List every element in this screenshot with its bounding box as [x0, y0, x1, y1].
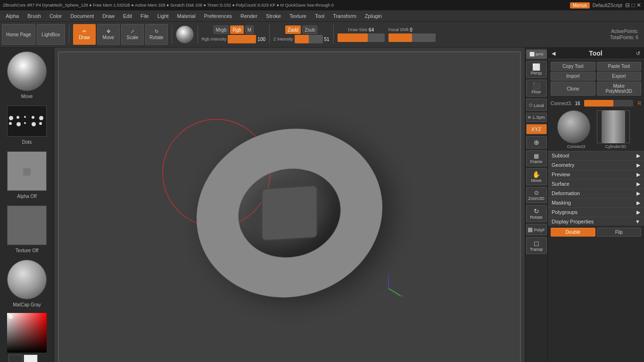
- menu-transform[interactable]: Transform: [329, 12, 360, 20]
- lsym-button[interactable]: ≋ L.Sym: [526, 113, 547, 122]
- axis-widget: x y: [374, 274, 403, 303]
- lsym-label: L.Sym: [533, 115, 545, 120]
- draw-size-slider[interactable]: [338, 33, 385, 42]
- total-points-label: TotalPoints: 6: [610, 35, 638, 40]
- lightbox-button[interactable]: LightBox: [37, 24, 65, 45]
- swatch-dark[interactable]: [8, 354, 23, 362]
- tool-previews: Connect3 Cylinder3D: [548, 110, 644, 149]
- clone-button[interactable]: Clone: [551, 82, 595, 96]
- copy-tool-button[interactable]: Copy Tool: [551, 62, 595, 71]
- canvas-area[interactable]: x y ▲ ▼: [54, 48, 525, 362]
- rgb-intensity-slider[interactable]: [228, 35, 256, 43]
- inner-detail: [262, 185, 317, 241]
- draw-size-fill: [338, 33, 368, 42]
- persp-button[interactable]: ⬜ Persp: [526, 61, 547, 78]
- menu-color[interactable]: Color: [46, 12, 66, 20]
- polyf-button[interactable]: ▦ PolyF: [526, 224, 547, 235]
- draw-icon: ✏: [83, 29, 86, 34]
- menu-material[interactable]: Material: [173, 12, 199, 20]
- zoom3d-button[interactable]: ⊙ Zoom3D: [526, 187, 547, 203]
- focal-shift-value: 0: [410, 27, 413, 33]
- cylinder3d-preview[interactable]: Cylinder3D: [597, 110, 635, 149]
- home-page-button[interactable]: Home Page: [2, 24, 35, 45]
- double-button[interactable]: Double: [551, 228, 595, 237]
- move-3d-button[interactable]: ✋ Move: [526, 168, 547, 185]
- menu-tool[interactable]: Tool: [311, 12, 328, 20]
- move-button[interactable]: ✥ Move: [97, 24, 120, 45]
- mrgb-button[interactable]: Mrgb: [214, 25, 229, 34]
- matcap-preview[interactable]: [7, 260, 47, 299]
- dots-preview[interactable]: [7, 106, 47, 137]
- flip-button[interactable]: Flip: [597, 228, 642, 237]
- menu-draw[interactable]: Draw: [99, 12, 118, 20]
- connect3-slider[interactable]: [584, 100, 633, 107]
- scale-button[interactable]: ⤢ Scale: [121, 24, 144, 45]
- z-intensity-label: Z Intensity: [273, 37, 293, 41]
- subtool-section[interactable]: Subtool ▶: [548, 151, 644, 160]
- preview-chevron: ▶: [636, 172, 640, 178]
- texture-preview[interactable]: [7, 206, 47, 245]
- color-picker[interactable]: [7, 313, 47, 353]
- alpha-preview[interactable]: ◼: [7, 151, 47, 191]
- brush-preview[interactable]: [7, 51, 47, 91]
- transp-button[interactable]: ◻ Transp: [526, 237, 547, 254]
- floor-button[interactable]: ⬛ Floor: [526, 80, 547, 97]
- m-button[interactable]: M: [245, 25, 254, 34]
- subtool-label: Subtool: [552, 153, 569, 159]
- import-button[interactable]: Import: [551, 72, 595, 81]
- menu-stroke[interactable]: Stroke: [262, 12, 285, 20]
- deformation-section[interactable]: Deformation ▶: [548, 189, 644, 198]
- cylinder3d-shape: [602, 110, 625, 143]
- geometry-section[interactable]: Geometry ▶: [548, 160, 644, 170]
- display-properties-section[interactable]: Display Properties ▼: [548, 217, 644, 226]
- paste-tool-button[interactable]: Paste Tool: [597, 62, 642, 71]
- left-panel: Move Dots ◼: [0, 48, 54, 362]
- menu-zplugin[interactable]: Zplugin: [361, 12, 386, 20]
- menu-light[interactable]: Light: [154, 12, 173, 20]
- zsub-button[interactable]: Zsub: [302, 25, 317, 34]
- xyz-button[interactable]: XYZ: [526, 124, 547, 134]
- rotate-icon: ↻: [155, 29, 158, 34]
- symmetry-button[interactable]: ⊕: [526, 136, 547, 148]
- preview-section[interactable]: Preview ▶: [548, 170, 644, 179]
- tool-back-icon[interactable]: ◀: [552, 50, 555, 57]
- focal-shift-slider[interactable]: [388, 33, 436, 42]
- connect3-slider-section: Connect3. 16 R: [551, 99, 641, 107]
- frame-button[interactable]: ▦ Frame: [526, 150, 547, 166]
- rotate-button[interactable]: ↻ Rotate: [145, 24, 168, 45]
- focal-shift-fill: [388, 33, 412, 42]
- bpr-button[interactable]: ⬜ BPR: [526, 49, 547, 59]
- menu-alpha[interactable]: Alpha: [2, 12, 23, 20]
- zadd-button[interactable]: Zadd: [285, 25, 301, 34]
- surface-section[interactable]: Surface ▶: [548, 179, 644, 189]
- polygroups-section[interactable]: Polygroups ▶: [548, 207, 644, 217]
- menu-preferences[interactable]: Preferences: [200, 12, 236, 20]
- tool-title: Tool: [589, 49, 603, 57]
- connect3-reset[interactable]: R: [638, 101, 641, 106]
- display-properties-content: Double Flip: [548, 226, 644, 239]
- menu-texture[interactable]: Texture: [286, 12, 310, 20]
- titlebar-controls: Menus DefaultZScript ⊟ □ ✕: [570, 2, 641, 8]
- menu-edit[interactable]: Edit: [119, 12, 136, 20]
- menu-render[interactable]: Render: [237, 12, 261, 20]
- menu-brush[interactable]: Brush: [24, 12, 45, 20]
- menu-file[interactable]: File: [137, 12, 153, 20]
- right-toolbar: ⬜ BPR ⬜ Persp ⬛ Floor ○ Local ≋ L.Sym XY…: [525, 48, 547, 362]
- menus-label[interactable]: Menus: [570, 2, 590, 8]
- draw-button[interactable]: ✏ Draw: [73, 24, 96, 45]
- rotate-3d-button[interactable]: ↻ Rotate: [526, 205, 547, 222]
- local-button[interactable]: ○ Local: [526, 99, 547, 111]
- tool-refresh-icon[interactable]: ↺: [636, 50, 640, 57]
- move-label: Move: [103, 35, 114, 40]
- masking-chevron: ▶: [636, 200, 640, 206]
- rgb-button[interactable]: Rgb: [230, 25, 243, 34]
- swatch-light[interactable]: [24, 354, 38, 362]
- local-label: Local: [534, 103, 544, 108]
- connect3-preview[interactable]: Connect3: [557, 110, 595, 149]
- masking-section[interactable]: Masking ▶: [548, 198, 644, 207]
- titlebar: ZBrushCore 4R7 P4 DynaMesh_Sphere_128 ● …: [0, 0, 644, 10]
- menu-document[interactable]: Document: [66, 12, 98, 20]
- z-intensity-slider[interactable]: [295, 35, 323, 43]
- export-button[interactable]: Export: [597, 72, 642, 81]
- make-polymesh-button[interactable]: Make PolyMesh3D: [597, 82, 642, 96]
